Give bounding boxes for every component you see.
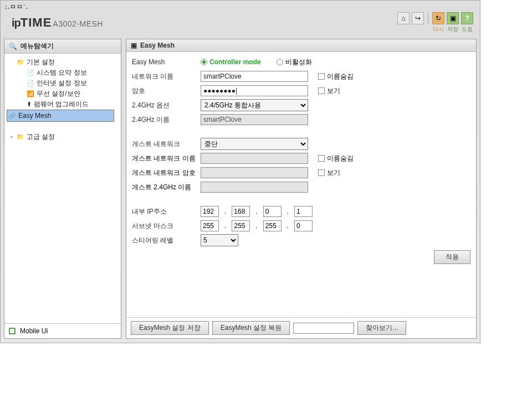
tree-label: 고급 설정 [27,132,55,142]
main-footer: EasyMesh 설정 저장 EasyMesh 설정 복원 찾아보기... [126,317,476,338]
divider [132,265,470,267]
subnet-octet-2[interactable] [232,220,250,231]
tree-basic-settings[interactable]: 📁 기본 설정 [7,57,119,68]
folder-icon: 📁 [17,133,24,141]
tree-item-easy-mesh[interactable]: 🔗 Easy Mesh [7,110,114,122]
checkbox-icon [318,169,325,176]
checkbox-label: 이름숨김 [327,154,354,163]
steering-label: 스티어링 레벨 [132,236,201,245]
ip-octet-3[interactable] [263,206,282,217]
home-button[interactable]: ⌂ [397,12,410,24]
tree-label: 시스템 요약 정보 [37,68,87,78]
radio-disabled[interactable]: 비활성화 [277,58,312,67]
ip-dot: . [287,222,289,230]
guest-pass-input [201,167,308,178]
tree-advanced-settings[interactable]: + 📁 고급 설정 [7,132,119,142]
mobile-ui-link[interactable]: Mobile UI [20,327,48,335]
radio-controller-mode[interactable]: Controller mode [201,58,261,66]
checkbox-label: 보기 [327,168,340,178]
tree-item-firmware[interactable]: ⬆ 펌웨어 업그레이드 [7,99,119,110]
sidebar-title: 메뉴탐색기 [21,42,54,51]
window: :.ㅁㅁ`. ip TIME A3002-MESH ⌂ ↪ ↻ 다시 ▣ 저장 … [0,0,480,343]
opt24-select[interactable]: 2.4/5GHz 통합사용 [201,99,308,111]
refresh-button[interactable]: ↻ [432,12,444,24]
page-icon: 📄 [27,80,34,87]
body: 🔍 메뉴탐색기 📁 기본 설정 📄 시스템 요약 정보 📄 인터넷 설정 정보 … [1,37,480,342]
guest24-input [201,182,308,193]
guest24-label: 게스트 2.4GHz 이름 [132,183,201,192]
tree-item-internet[interactable]: 📄 인터넷 설정 정보 [7,78,119,89]
save-icon: ▣ [450,14,456,22]
main-panel: ▣ Easy Mesh Easy Mesh Controller mode 비활… [126,39,477,339]
name24-label: 2.4GHz 이름 [132,115,201,125]
file-path-input[interactable] [293,323,354,334]
guest-net-label: 게스트 네트워크 [132,140,201,149]
radio-label: Controller mode [209,58,261,66]
guest-pass-label: 게스트 네트워크 암호 [132,168,201,178]
nav-tree: 📁 기본 설정 📄 시스템 요약 정보 📄 인터넷 설정 정보 📶 무선 설정/… [4,54,121,323]
browse-button[interactable]: 찾아보기... [357,321,406,335]
tree-label: 인터넷 설정 정보 [37,79,87,88]
tree-item-summary[interactable]: 📄 시스템 요약 정보 [7,68,119,78]
logout-button[interactable]: ↪ [412,12,424,24]
guest-net-select[interactable]: 중단 [201,138,308,150]
home-icon: ⌂ [401,14,405,22]
spacer [132,195,470,205]
checkbox-icon [318,73,325,80]
sidebar-header: 🔍 메뉴탐색기 [4,39,121,54]
main-body: Easy Mesh Controller mode 비활성화 네트워크 이름 [126,52,476,317]
subnet-octet-3[interactable] [263,220,282,231]
subnet-octet-1[interactable] [201,220,219,231]
search-icon: 🔍 [9,43,17,50]
toolbar-separator [428,12,428,24]
ip-octet-2[interactable] [232,206,250,217]
tree-label: 무선 설정/보안 [37,89,80,99]
show-password-checkbox[interactable]: 보기 [318,86,340,96]
password-input[interactable] [201,85,308,96]
steering-select[interactable]: 5 [201,234,238,246]
guest-name-input [201,153,308,164]
checkbox-icon [318,87,325,94]
upgrade-icon: ⬆ [27,101,32,108]
password-label: 암호 [132,86,201,96]
help-label: 도움 [462,25,473,33]
sidebar: 🔍 메뉴탐색기 📁 기본 설정 📄 시스템 요약 정보 📄 인터넷 설정 정보 … [4,39,121,339]
expand-icon[interactable]: + [9,135,14,140]
titlebar-dots: :.ㅁㅁ`. [1,1,480,11]
guest-show-checkbox[interactable]: 보기 [318,168,340,178]
folder-icon: 📁 [17,59,24,66]
apply-button[interactable]: 적용 [434,250,470,264]
tree-item-wireless[interactable]: 📶 무선 설정/보안 [7,89,119,99]
main-title: Easy Mesh [140,42,175,49]
help-button[interactable]: ? [461,12,473,24]
logo-ip: ip [12,17,21,29]
mesh-icon: 🔗 [8,112,16,120]
panel-icon: ▣ [131,42,137,49]
refresh-label: 다시 [433,25,444,33]
ip-dot: . [255,222,257,230]
mobile-icon [9,328,16,334]
network-name-input[interactable] [201,71,308,82]
checkbox-label: 보기 [327,86,340,96]
name24-input [201,114,308,125]
ip-octet-1[interactable] [201,206,219,217]
wifi-icon: 📶 [27,90,34,97]
save-settings-button[interactable]: EasyMesh 설정 저장 [131,321,209,335]
guest-name-label: 게스트 네트워크 이름 [132,154,201,163]
radio-dot-icon [201,59,207,65]
subnet-label: 서브넷 마스크 [132,221,201,231]
subnet-octet-4[interactable] [294,220,313,231]
logo-model: A3002-MESH [53,19,103,28]
tree-label: 기본 설정 [27,58,55,67]
logo: ip TIME A3002-MESH [12,16,103,30]
save-button[interactable]: ▣ [447,12,459,24]
ip-dot: . [287,208,289,215]
guest-hide-checkbox[interactable]: 이름숨김 [318,154,354,163]
ip-octet-4[interactable] [294,206,313,217]
ip-dot: . [255,208,257,215]
restore-settings-button[interactable]: EasyMesh 설정 복원 [212,321,290,335]
ip-label: 내부 IP주소 [132,207,201,216]
hide-name-checkbox[interactable]: 이름숨김 [318,72,354,81]
tree-label: 펌웨어 업그레이드 [34,100,89,109]
easy-mesh-label: Easy Mesh [132,58,201,66]
